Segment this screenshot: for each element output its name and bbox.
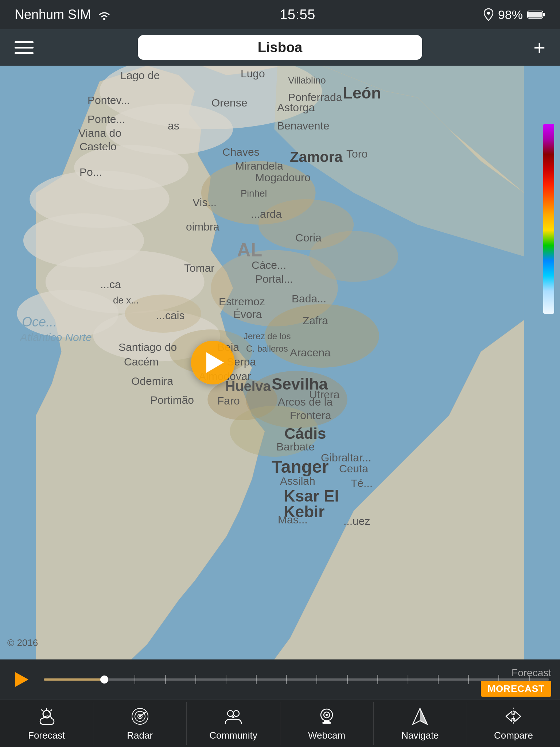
svg-point-17 bbox=[265, 304, 379, 368]
tab-navigate-label: Navigate bbox=[401, 730, 439, 741]
search-box[interactable]: Lisboa bbox=[138, 35, 422, 60]
compare-icon bbox=[503, 706, 524, 727]
timeline-thumb[interactable] bbox=[100, 676, 108, 684]
add-button[interactable]: + bbox=[533, 36, 545, 59]
search-value: Lisboa bbox=[258, 40, 302, 55]
tick-9 bbox=[377, 675, 378, 684]
wifi-icon bbox=[97, 9, 112, 20]
tab-community[interactable]: Community bbox=[186, 702, 280, 745]
radar-icon bbox=[129, 706, 151, 727]
tick-12 bbox=[468, 675, 469, 684]
tab-navigate[interactable]: Navigate bbox=[373, 702, 467, 745]
svg-rect-40 bbox=[322, 722, 331, 724]
forecast-text: Forecast bbox=[481, 667, 551, 679]
status-right: 98% bbox=[483, 8, 545, 22]
tab-compare-label: Compare bbox=[494, 730, 533, 741]
copyright-text: © 2016 bbox=[7, 637, 38, 649]
tab-webcam[interactable]: Webcam bbox=[280, 702, 373, 745]
svg-point-1 bbox=[487, 12, 490, 15]
community-icon bbox=[223, 706, 244, 727]
tick-1 bbox=[135, 675, 135, 684]
tab-forecast[interactable]: Forecast bbox=[0, 702, 93, 745]
menu-button[interactable] bbox=[15, 41, 34, 54]
svg-point-33 bbox=[228, 711, 233, 716]
color-scale-gradient bbox=[543, 124, 554, 314]
svg-rect-3 bbox=[543, 13, 545, 16]
tab-community-label: Community bbox=[209, 730, 257, 741]
tab-radar[interactable]: Radar bbox=[93, 702, 186, 745]
tab-bar: Forecast Radar Community bbox=[0, 700, 560, 747]
timeline: Forecast MORECAST bbox=[0, 659, 560, 700]
carrier-text: Nenhum SIM bbox=[15, 7, 91, 22]
svg-rect-4 bbox=[528, 12, 542, 18]
forecast-label-box: Forecast MORECAST bbox=[472, 664, 560, 700]
forecast-icon bbox=[36, 706, 57, 727]
webcam-icon bbox=[316, 706, 337, 727]
svg-point-32 bbox=[139, 715, 141, 717]
svg-line-26 bbox=[51, 710, 52, 711]
status-time: 15:55 bbox=[280, 7, 315, 23]
tab-forecast-label: Forecast bbox=[28, 730, 65, 741]
svg-line-27 bbox=[42, 710, 43, 711]
tab-webcam-label: Webcam bbox=[308, 730, 345, 741]
location-icon bbox=[483, 8, 494, 21]
timeline-progress bbox=[44, 678, 104, 681]
map-area: Lago de Lugo Villablino Ponferrada León … bbox=[0, 66, 560, 659]
svg-rect-39 bbox=[324, 721, 330, 722]
morecast-badge[interactable]: MORECAST bbox=[481, 681, 551, 697]
status-carrier: Nenhum SIM bbox=[15, 7, 112, 22]
tick-11 bbox=[438, 675, 439, 684]
tick-10 bbox=[408, 675, 408, 684]
tick-4 bbox=[226, 675, 226, 684]
svg-point-19 bbox=[309, 231, 398, 282]
svg-point-34 bbox=[233, 711, 239, 716]
svg-point-38 bbox=[326, 714, 328, 716]
tick-2 bbox=[165, 675, 166, 684]
svg-point-35 bbox=[232, 716, 234, 718]
color-scale bbox=[543, 124, 554, 314]
battery-text: 98% bbox=[498, 8, 523, 22]
tick-7 bbox=[316, 675, 317, 684]
tab-compare[interactable]: Compare bbox=[467, 702, 560, 745]
tick-6 bbox=[286, 675, 287, 684]
battery-icon bbox=[527, 10, 545, 19]
timeline-play-button[interactable] bbox=[11, 669, 33, 690]
nav-bar: Lisboa + bbox=[0, 29, 560, 66]
svg-point-0 bbox=[103, 18, 105, 20]
tick-3 bbox=[195, 675, 196, 684]
svg-point-23 bbox=[230, 406, 319, 457]
map-play-button[interactable] bbox=[191, 341, 235, 384]
tick-5 bbox=[256, 675, 257, 684]
tick-8 bbox=[347, 675, 348, 684]
tab-radar-label: Radar bbox=[127, 730, 153, 741]
svg-point-21 bbox=[125, 294, 201, 333]
navigate-icon bbox=[409, 706, 431, 727]
status-bar: Nenhum SIM 15:55 98% bbox=[0, 0, 560, 29]
